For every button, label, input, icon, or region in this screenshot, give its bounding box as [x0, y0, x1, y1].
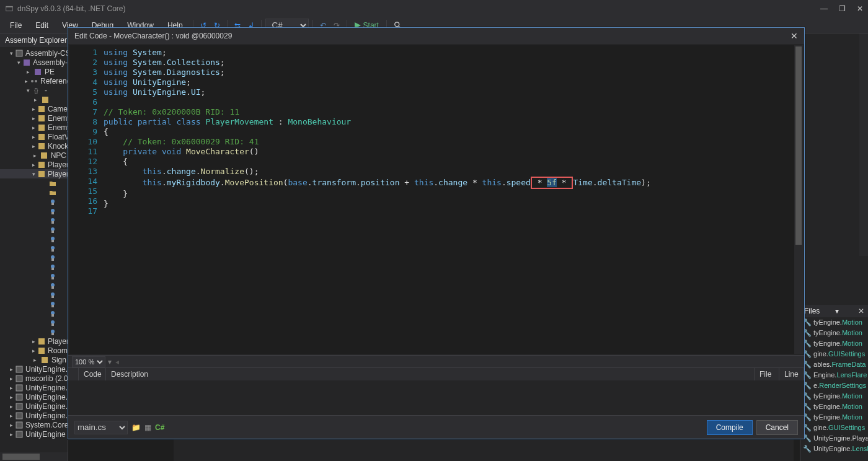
tree-item[interactable]: ▸System.Core (2.0.0.0) [0, 420, 68, 429]
tree-item[interactable] [0, 216, 68, 225]
dialog-title: Edit Code - MoveCharacter() : void @0600… [74, 32, 232, 40]
zoom-select[interactable]: 100 % [72, 356, 105, 367]
svg-rect-54 [16, 385, 22, 391]
tree-item[interactable] [0, 188, 68, 197]
file-select[interactable]: main.cs [74, 421, 128, 434]
col-icon[interactable] [68, 368, 79, 380]
tree-item[interactable]: ▸RoomMove [0, 346, 68, 355]
tree-item[interactable] [0, 178, 68, 188]
tree-item[interactable]: ▸UnityEngine.AnimationModule [0, 402, 68, 411]
usage-row[interactable]: 🔧 UnityEngine.Playables.FrameData [800, 433, 868, 444]
tree-item[interactable] [0, 299, 68, 309]
app-icon [5, 4, 14, 13]
tree-item[interactable] [0, 206, 68, 216]
col-file[interactable]: File [755, 368, 779, 380]
tree-item[interactable]: ▸Knockback [0, 141, 68, 151]
usage-row[interactable]: 🔧 tyEngine.Motion [800, 391, 868, 402]
col-line[interactable]: Line [779, 368, 804, 380]
usage-row[interactable]: 🔧 tyEngine.Motion [800, 402, 868, 412]
menu-file[interactable]: File [4, 19, 28, 32]
tree-item[interactable]: ▸UnityEngine.CoreModule [0, 364, 68, 374]
main-scrollbar[interactable] [859, 33, 868, 256]
usage-row[interactable]: 🔧 tyEngine.Motion [800, 412, 868, 423]
usage-row[interactable]: 🔧 tyEngine.Motion [800, 328, 868, 338]
col-code[interactable]: Code [79, 368, 106, 380]
tree-item[interactable]: ▸UnityEngine.UIModule [0, 411, 68, 420]
tree-item[interactable]: ▸FloatValue [0, 132, 68, 141]
svg-rect-30 [51, 249, 54, 252]
tree-item[interactable] [0, 281, 68, 290]
zoom-chevron-icon[interactable]: ▾ [108, 358, 112, 366]
svg-rect-42 [51, 305, 54, 307]
line-gutter: 1234567891011121314151617 [69, 45, 104, 354]
tree-item[interactable]: ▾{}- [0, 86, 68, 95]
tree-item[interactable]: ▸NPC [0, 151, 68, 160]
minimize-icon[interactable]: — [820, 4, 828, 13]
files-dropdown-icon[interactable]: ▾ [835, 307, 839, 315]
code-editor[interactable]: using System;using System.Collections;us… [104, 45, 794, 354]
svg-rect-26 [51, 230, 54, 233]
tree-item[interactable]: ▾Assembly-CSharp [0, 48, 68, 58]
tree-item[interactable]: ▸CameraMovement [0, 104, 68, 113]
tree-item[interactable] [0, 197, 68, 206]
tree-item[interactable] [0, 244, 68, 253]
open-file-icon[interactable]: 📁 [131, 423, 141, 432]
tree-item[interactable] [0, 234, 68, 244]
csharp-icon[interactable]: C# [155, 423, 164, 432]
svg-rect-5 [24, 59, 30, 66]
svg-point-8 [35, 80, 37, 82]
tree-item[interactable]: ▸Enemy [0, 113, 68, 123]
tree-item[interactable]: ▸UnityEngine.IMGUIModule [0, 383, 68, 392]
usage-row[interactable]: 🔧 gine.GUISettings [800, 349, 868, 359]
hscroll-left-icon[interactable]: ◂ [115, 358, 119, 366]
edited-multiplier[interactable]: * 5f * [531, 177, 574, 189]
usage-row[interactable]: 🔧 e.RenderSettings [800, 380, 868, 391]
tree-item[interactable] [0, 225, 68, 234]
menu-edit[interactable]: Edit [29, 19, 55, 32]
tree-item[interactable]: ▾Assembly-CSharp.dll [0, 58, 68, 67]
usage-row[interactable]: 🔧 gine.GUISettings [800, 423, 868, 433]
usage-row[interactable]: 🔧 tyEngine.Motion [800, 317, 868, 328]
tree-item[interactable]: ▸Sign [0, 355, 68, 364]
files-close-icon[interactable]: ✕ [858, 307, 864, 315]
error-list: Code Description File Line [68, 367, 804, 415]
close-icon[interactable]: ✕ [857, 4, 863, 13]
tree-item[interactable] [0, 318, 68, 327]
usage-row[interactable]: 🔧 tyEngine.Motion [800, 338, 868, 349]
tree-item[interactable] [0, 253, 68, 262]
explorer-scrollbar[interactable] [0, 452, 68, 461]
tree-item[interactable]: ▸PlayerState [0, 336, 68, 346]
tree-item[interactable]: ▸UnityEngine.Physics2DModule [0, 392, 68, 402]
svg-rect-56 [16, 403, 22, 410]
maximize-icon[interactable]: ❐ [839, 4, 846, 13]
tree-item[interactable] [0, 262, 68, 271]
usage-row[interactable]: 🔧 UnityEngine.LensFlare [800, 444, 868, 454]
tree-item[interactable]: ▸UnityEngine (0.0.0.0) [0, 429, 68, 439]
tree-item[interactable] [0, 309, 68, 318]
grid-icon[interactable]: ▦ [144, 423, 151, 432]
editor-scrollbar[interactable] [794, 45, 803, 354]
tree-item[interactable]: ▸PE [0, 67, 68, 76]
tree-item[interactable]: ▸ [0, 95, 68, 104]
tree-item[interactable]: ▸References [0, 76, 68, 86]
tree-item[interactable] [0, 290, 68, 299]
col-description[interactable]: Description [106, 368, 755, 380]
cancel-button[interactable]: Cancel [756, 420, 798, 435]
svg-point-7 [31, 80, 33, 82]
tree-item[interactable]: ▸mscorlib (2.0.0.0) [0, 374, 68, 383]
svg-rect-6 [35, 69, 41, 75]
tree-item[interactable] [0, 327, 68, 336]
svg-rect-59 [16, 431, 22, 437]
assembly-tree[interactable]: ▾Assembly-CSharp▾Assembly-CSharp.dll▸PE▸… [0, 47, 68, 452]
tree-item[interactable]: ▾PlayerMovement [0, 169, 68, 178]
usage-row[interactable]: 🔧 ables.FrameData [800, 359, 868, 370]
compile-button[interactable]: Compile [707, 420, 753, 435]
svg-rect-57 [16, 413, 22, 419]
tree-item[interactable] [0, 271, 68, 281]
tree-item[interactable]: ▸PlayerHealth [0, 160, 68, 169]
svg-rect-34 [51, 268, 54, 270]
usage-row[interactable]: 🔧 Engine.LensFlare [800, 370, 868, 380]
tree-item[interactable]: ▸EnemyState [0, 123, 68, 132]
dialog-close-icon[interactable]: ✕ [790, 31, 798, 41]
usages-list[interactable]: 🔧 tyEngine.Motion🔧 tyEngine.Motion🔧 tyEn… [800, 317, 868, 461]
